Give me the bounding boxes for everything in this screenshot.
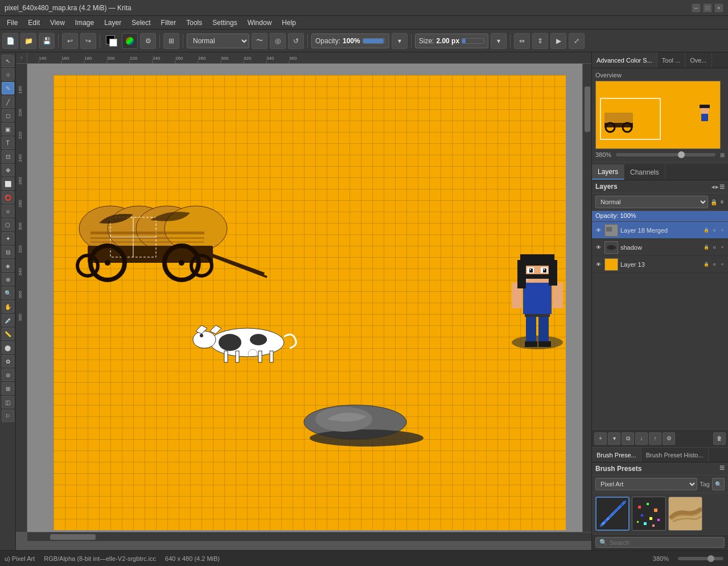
- mirror-v-btn[interactable]: ⇕: [532, 33, 548, 49]
- menu-select[interactable]: Select: [127, 18, 155, 28]
- play-btn[interactable]: ▶: [550, 33, 566, 49]
- zoom-tool[interactable]: 🔍: [2, 287, 14, 299]
- brush-search-btn[interactable]: 🔍: [712, 478, 725, 490]
- color-select-tool[interactable]: ◈: [2, 259, 14, 272]
- refresh-btn[interactable]: ↺: [288, 33, 304, 49]
- layer-add-btn[interactable]: +: [594, 432, 607, 445]
- menu-image[interactable]: Image: [71, 18, 98, 28]
- brush-presets-menu-btn[interactable]: ☰: [719, 465, 725, 473]
- layer-add-dropdown-btn[interactable]: ▾: [608, 432, 620, 445]
- opacity-expand-btn[interactable]: ▾: [392, 33, 408, 49]
- maximize-button[interactable]: □: [703, 3, 712, 13]
- brush-thumb-1[interactable]: [595, 497, 630, 531]
- bg-color[interactable]: [109, 39, 117, 47]
- layers-lock-btn[interactable]: 🔒: [710, 199, 717, 205]
- minimize-button[interactable]: ─: [692, 3, 701, 13]
- menu-help[interactable]: Help: [277, 18, 301, 28]
- brush-tag-select[interactable]: Pixel Art Basic: [595, 478, 697, 490]
- layer-properties-btn[interactable]: ⚙: [663, 432, 675, 445]
- menu-window[interactable]: Window: [243, 18, 277, 28]
- scrollbar-h[interactable]: [27, 532, 591, 541]
- panel-tab-advanced-color[interactable]: Advanced Color S...: [592, 52, 657, 68]
- pan-tool[interactable]: ✋: [2, 300, 14, 313]
- menu-file[interactable]: File: [2, 18, 22, 28]
- status-zoom-slider-container[interactable]: [678, 557, 723, 560]
- open-button[interactable]: 📁: [20, 33, 36, 49]
- ruler-tool[interactable]: 📏: [2, 328, 14, 340]
- menu-tools[interactable]: Tools: [182, 18, 207, 28]
- expand-btn[interactable]: ⤢: [569, 33, 585, 49]
- blend-mode-select[interactable]: Normal Multiply Screen: [187, 34, 249, 48]
- bp-tab-history[interactable]: Brush Preset Histo...: [641, 448, 709, 462]
- color-picker-btn[interactable]: [122, 33, 138, 49]
- layer-vis-13[interactable]: 👁: [594, 261, 602, 268]
- eraser-tool[interactable]: ◻: [2, 109, 14, 122]
- layer-row-18-merged[interactable]: 👁 Layer 18 Merged 🔒 α ×: [592, 222, 728, 239]
- menu-layer[interactable]: Layer: [100, 18, 126, 28]
- gradient-tool[interactable]: ⬤: [2, 341, 14, 354]
- brush-settings-btn[interactable]: ⚙: [140, 33, 156, 49]
- layer-move-down-btn[interactable]: ↓: [635, 432, 648, 445]
- polygon-tool[interactable]: ⬡: [2, 218, 14, 231]
- layer-lock-icon-18[interactable]: 🔒: [703, 227, 710, 234]
- transform-tool[interactable]: ⊹: [2, 68, 14, 81]
- lasso-tool[interactable]: ⌾: [2, 205, 14, 217]
- layers-filter-btn[interactable]: ⚘: [719, 199, 725, 205]
- new-button[interactable]: 📄: [2, 33, 18, 49]
- layers-menu-btn[interactable]: ☰: [719, 184, 725, 190]
- zoom-slider[interactable]: [616, 153, 715, 156]
- menu-view[interactable]: View: [46, 18, 69, 28]
- freehand-select-tool[interactable]: ✦: [2, 232, 14, 245]
- scrollbar-v-thumb[interactable]: [585, 86, 590, 132]
- grid-btn[interactable]: ⊞: [163, 33, 179, 49]
- layer-lock-icon-shadow[interactable]: 🔒: [703, 244, 710, 251]
- overview-thumbnail[interactable]: [595, 81, 721, 149]
- layer-delete-btn[interactable]: 🗑: [713, 432, 726, 445]
- mirror-h-btn[interactable]: ⇔: [514, 33, 530, 49]
- layer-alpha-icon-shadow[interactable]: α: [711, 244, 718, 251]
- layer-delete-icon-shadow[interactable]: ×: [719, 244, 726, 251]
- layer-duplicate-btn[interactable]: ⧉: [622, 432, 634, 445]
- close-button[interactable]: ×: [714, 3, 723, 13]
- layer-style-tool[interactable]: ◫: [2, 396, 14, 408]
- layer-alpha-icon-13[interactable]: α: [711, 261, 718, 268]
- cursor-tool[interactable]: ↖: [2, 55, 14, 67]
- menu-settings[interactable]: Settings: [208, 18, 241, 28]
- size-expand-btn[interactable]: ▾: [491, 33, 507, 49]
- scrollbar-h-thumb[interactable]: [50, 534, 96, 540]
- status-zoom-slider[interactable]: [678, 557, 723, 560]
- color-fg-bg[interactable]: [104, 33, 120, 49]
- brush-thumb-3[interactable]: [668, 497, 702, 531]
- move-tool[interactable]: ✥: [2, 164, 14, 176]
- wrap-btn[interactable]: ◎: [270, 33, 286, 49]
- layer-delete-icon-13[interactable]: ×: [719, 261, 726, 268]
- redo-button[interactable]: ↪: [80, 33, 96, 49]
- layer-row-shadow[interactable]: 👁 shadow 🔒 α ×: [592, 239, 728, 256]
- rect-select-tool[interactable]: ⬜: [2, 177, 14, 190]
- layers-blend-select[interactable]: Normal Multiply: [595, 196, 708, 208]
- bp-tab-presets[interactable]: Brush Prese...: [592, 448, 641, 462]
- paint-tool[interactable]: ✎: [2, 82, 14, 94]
- search-tool[interactable]: ⚐: [2, 410, 14, 422]
- fill-tool[interactable]: ▣: [2, 123, 14, 135]
- stabilizer-btn[interactable]: 〜: [252, 33, 268, 49]
- layer-vis-18-merged[interactable]: 👁: [594, 226, 602, 234]
- panel-tab-tool[interactable]: Tool ...: [657, 52, 685, 68]
- search-input[interactable]: [610, 539, 721, 546]
- ellipse-select-tool[interactable]: ⭕: [2, 191, 14, 204]
- layers-tab-channels[interactable]: Channels: [624, 164, 665, 180]
- canvas-drawing[interactable]: [54, 75, 566, 530]
- layers-tab-layers[interactable]: Layers: [592, 164, 624, 180]
- assistant-tool[interactable]: ⊚: [2, 369, 14, 381]
- layer-lock-icon-13[interactable]: 🔒: [703, 261, 710, 268]
- brush-thumb-2[interactable]: [632, 497, 666, 531]
- save-button[interactable]: 💾: [39, 33, 55, 49]
- color-sampler-tool[interactable]: 💉: [2, 314, 14, 327]
- opacity-slider[interactable]: [363, 38, 385, 44]
- layers-expand-btn[interactable]: ▸: [715, 184, 718, 190]
- menu-edit[interactable]: Edit: [23, 18, 44, 28]
- menu-filter[interactable]: Filter: [157, 18, 181, 28]
- undo-button[interactable]: ↩: [62, 33, 78, 49]
- size-slider[interactable]: [462, 38, 484, 44]
- contiguous-select-tool[interactable]: ⊟: [2, 246, 14, 258]
